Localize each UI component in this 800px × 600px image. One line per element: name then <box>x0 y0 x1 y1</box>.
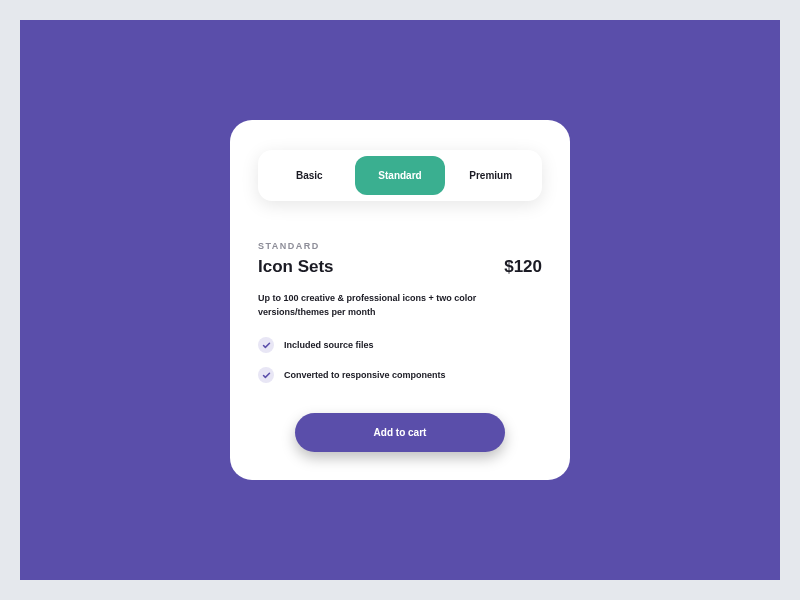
plan-label: STANDARD <box>258 241 542 251</box>
check-icon <box>258 337 274 353</box>
pricing-card: Basic Standard Premium STANDARD Icon Set… <box>230 120 570 481</box>
stage: Basic Standard Premium STANDARD Icon Set… <box>20 20 780 580</box>
plan-description: Up to 100 creative & professional icons … <box>258 291 519 320</box>
feature-text: Included source files <box>284 340 374 350</box>
plan-price: $120 <box>504 257 542 277</box>
tab-basic[interactable]: Basic <box>264 156 355 195</box>
plan-tab-bar: Basic Standard Premium <box>258 150 542 201</box>
tab-premium[interactable]: Premium <box>445 156 536 195</box>
cta-wrap: Add to cart <box>258 413 542 452</box>
plan-title: Icon Sets <box>258 257 334 277</box>
add-to-cart-button[interactable]: Add to cart <box>295 413 505 452</box>
check-icon <box>258 367 274 383</box>
tab-standard[interactable]: Standard <box>355 156 446 195</box>
title-row: Icon Sets $120 <box>258 257 542 277</box>
feature-item: Included source files <box>258 337 542 353</box>
feature-item: Converted to responsive components <box>258 367 542 383</box>
feature-text: Converted to responsive components <box>284 370 446 380</box>
